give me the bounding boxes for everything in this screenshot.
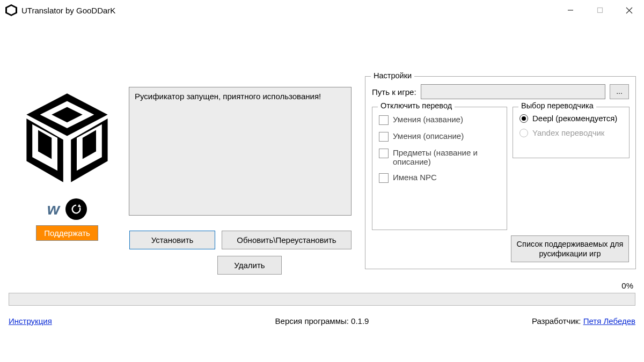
window-controls [555,1,644,20]
disable-translation-title: Отключить перевод [378,101,455,110]
logo-column: w Поддержать [16,90,118,241]
settings-title: Настройки [371,71,414,80]
game-path-label: Путь к игре: [372,87,416,97]
checkbox-skills-desc[interactable]: Умения (описание) [379,131,500,142]
window-title: UTranslator by GooDDarK [21,6,115,15]
translator-choice-group: Выбор переводчика Deepl (рекомендуется) … [513,107,630,158]
title-bar: UTranslator by GooDDarK [0,0,644,20]
app-icon [5,4,17,16]
game-path-input[interactable] [421,84,605,99]
svg-marker-13 [78,204,81,208]
unity-cube-logo [19,90,115,186]
settings-group: Настройки Путь к игре: ... Отключить пер… [365,76,636,269]
app-window: UTranslator by GooDDarK [0,0,644,362]
progress-bar [9,293,635,306]
version-label: Версия программы: 0.1.9 [9,316,635,326]
progress-percent: 0% [0,281,633,290]
footer: Инструкция Версия программы: 0.1.9 Разра… [9,316,635,326]
supported-games-button[interactable]: Список поддерживаемых для русификации иг… [511,235,629,262]
svg-rect-1 [597,8,602,13]
checkbox-items[interactable]: Предметы (название и описание) [379,148,500,166]
checkbox-skills-name[interactable]: Умения (название) [379,115,500,125]
close-button[interactable] [614,1,644,20]
radio-yandex[interactable]: Yandex переводчик [519,128,623,137]
refresh-icon[interactable] [65,198,87,220]
checkbox-npc-names[interactable]: Имена NPC [379,173,500,183]
install-button[interactable]: Установить [129,231,215,249]
game-path-row: Путь к игре: ... [372,84,629,99]
vk-icon[interactable]: w [47,200,58,218]
delete-button[interactable]: Удалить [217,256,282,275]
support-button[interactable]: Поддержать [36,225,98,241]
status-output: Русификатор запущен, приятного использов… [129,87,352,216]
radio-deepl[interactable]: Deepl (рекомендуется) [519,114,623,123]
browse-button[interactable]: ... [610,84,629,99]
disable-translation-group: Отключить перевод Умения (название) Умен… [372,107,507,230]
minimize-button[interactable] [555,1,585,20]
translator-choice-title: Выбор переводчика [518,101,596,110]
maximize-button[interactable] [585,1,614,20]
update-reinstall-button[interactable]: Обновить\Переустановить [222,231,352,249]
